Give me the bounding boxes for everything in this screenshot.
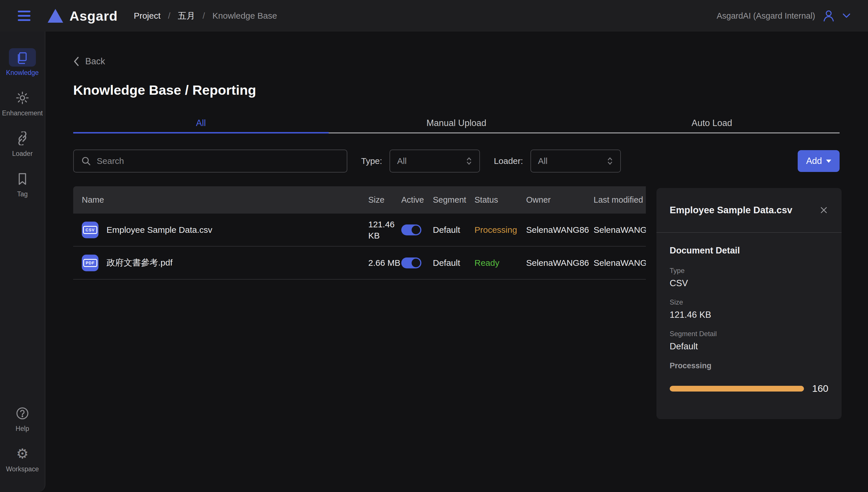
document-last-modified-by: SelenaWANG86: [594, 225, 646, 235]
processing-count: 160: [812, 383, 828, 394]
breadcrumb-project[interactable]: Project: [134, 11, 160, 21]
sidebar-item-enhancement[interactable]: Enhancement: [2, 89, 43, 117]
processing-section-label: Processing: [670, 361, 828, 370]
table-row[interactable]: CSV Employee Sample Data.csv 121.46 KB D…: [73, 214, 646, 247]
document-name[interactable]: Employee Sample Data.csv: [106, 225, 213, 235]
column-header-status: Status: [474, 195, 526, 205]
question-circle-icon: [16, 407, 29, 420]
document-segment: Default: [433, 258, 474, 268]
main-content: Back Knowledge Base / Reporting All Manu…: [45, 31, 868, 492]
sidebar-item-loader[interactable]: Loader: [9, 129, 36, 157]
active-toggle[interactable]: [401, 224, 421, 236]
active-toggle[interactable]: [401, 257, 421, 268]
breadcrumb-separator: /: [203, 11, 205, 21]
filter-bar: Type: All Loader: All: [73, 150, 840, 173]
loader-filter-label: Loader:: [494, 156, 523, 166]
sidebar-item-label: Knowledge: [6, 69, 39, 77]
asgard-logo-icon: [48, 9, 63, 23]
book-icon: [16, 51, 29, 64]
loader-select-value: All: [538, 156, 547, 166]
sidebar-item-help[interactable]: Help: [9, 404, 36, 433]
document-last-modified-by: SelenaWANG86: [594, 258, 646, 268]
breadcrumb-separator: /: [168, 11, 170, 21]
close-icon[interactable]: [819, 205, 828, 215]
detail-segment-label: Segment Detail: [670, 330, 828, 338]
document-owner: SelenaWANG86: [526, 258, 594, 268]
document-size: 121.46 KB: [368, 219, 401, 241]
status-badge: Ready: [474, 258, 526, 268]
caret-down-icon: [826, 159, 831, 163]
document-segment: Default: [433, 225, 474, 235]
breadcrumb-month[interactable]: 五月: [178, 10, 195, 22]
detail-size-label: Size: [670, 298, 828, 306]
detail-type-label: Type: [670, 267, 828, 275]
sidebar-item-label: Enhancement: [2, 109, 43, 117]
search-icon: [81, 156, 91, 166]
chevron-down-icon[interactable]: [842, 13, 851, 19]
breadcrumb-current: Knowledge Base: [213, 11, 277, 21]
user-icon[interactable]: [822, 9, 835, 22]
app-header: Asgard Project / 五月 / Knowledge Base Asg…: [0, 0, 868, 31]
search-box[interactable]: [73, 150, 347, 173]
app-root: Asgard Project / 五月 / Knowledge Base Asg…: [0, 0, 868, 492]
link-icon: [16, 131, 29, 145]
column-header-size: Size: [368, 195, 401, 205]
sidebar-item-label: Tag: [17, 190, 28, 198]
status-badge: Processing: [474, 225, 526, 235]
sidebar-item-tag[interactable]: Tag: [9, 170, 36, 198]
brand[interactable]: Asgard: [48, 8, 118, 24]
bookmark-icon: [16, 172, 29, 186]
type-filter-label: Type:: [361, 156, 382, 166]
sidebar-item-label: Workspace: [6, 465, 39, 473]
hamburger-menu-icon[interactable]: [17, 9, 31, 23]
sidebar-item-knowledge[interactable]: Knowledge: [6, 48, 39, 77]
tab-manual-upload[interactable]: Manual Upload: [329, 114, 584, 132]
sidebar-item-workspace[interactable]: ⚙ Workspace: [6, 445, 39, 473]
document-detail-panel: Employee Sample Data.csv Document Detail…: [656, 188, 842, 419]
select-arrows-icon: [466, 157, 472, 165]
detail-panel-title: Employee Sample Data.csv: [670, 205, 792, 216]
tab-all[interactable]: All: [73, 114, 329, 132]
column-header-segment: Segment: [433, 195, 474, 205]
add-button[interactable]: Add: [798, 150, 840, 172]
chevron-left-icon: [73, 56, 79, 67]
add-button-label: Add: [806, 156, 822, 166]
column-header-active: Active: [401, 195, 433, 205]
loader-select[interactable]: All: [530, 150, 621, 173]
select-arrows-icon: [606, 157, 613, 165]
gear-icon: ⚙: [16, 447, 28, 461]
column-header-last-modified: Last modified by: [594, 195, 646, 205]
breadcrumb: Project / 五月 / Knowledge Base: [134, 10, 277, 22]
document-name[interactable]: 政府文書參考.pdf: [106, 257, 173, 269]
sidebar: Knowledge: [0, 31, 45, 492]
tab-bar: All Manual Upload Auto Load: [73, 114, 840, 133]
type-select-value: All: [397, 156, 406, 166]
processing-progress-bar: [670, 386, 804, 392]
back-button[interactable]: Back: [73, 56, 105, 67]
detail-segment-value: Default: [670, 341, 828, 352]
processing-progress-fill: [670, 386, 804, 392]
column-header-name: Name: [73, 195, 368, 205]
brand-name: Asgard: [70, 8, 118, 24]
sun-icon: [16, 91, 29, 105]
detail-size-value: 121.46 KB: [670, 310, 828, 320]
detail-type-value: CSV: [670, 278, 828, 289]
type-select[interactable]: All: [390, 150, 480, 173]
search-input[interactable]: [97, 156, 339, 166]
document-owner: SelenaWANG86: [526, 225, 594, 235]
column-header-owner: Owner: [526, 195, 594, 205]
active-tab-indicator: [73, 132, 329, 133]
table-header: Name Size Active Segment Status Owner La…: [73, 186, 646, 214]
account-area[interactable]: AsgardAI (Asgard Internal): [717, 9, 851, 22]
page-title: Knowledge Base / Reporting: [73, 82, 868, 98]
detail-section-title: Document Detail: [670, 245, 828, 256]
sidebar-item-label: Help: [16, 425, 29, 433]
documents-table: Name Size Active Segment Status Owner La…: [73, 186, 646, 279]
tab-auto-load[interactable]: Auto Load: [584, 114, 840, 132]
sidebar-item-label: Loader: [12, 150, 33, 157]
account-name: AsgardAI (Asgard Internal): [717, 11, 815, 21]
table-row[interactable]: PDF 政府文書參考.pdf 2.66 MB Default Ready Sel…: [73, 247, 646, 279]
back-label: Back: [85, 56, 105, 67]
document-size: 2.66 MB: [368, 257, 401, 268]
csv-file-icon: CSV: [82, 222, 98, 238]
